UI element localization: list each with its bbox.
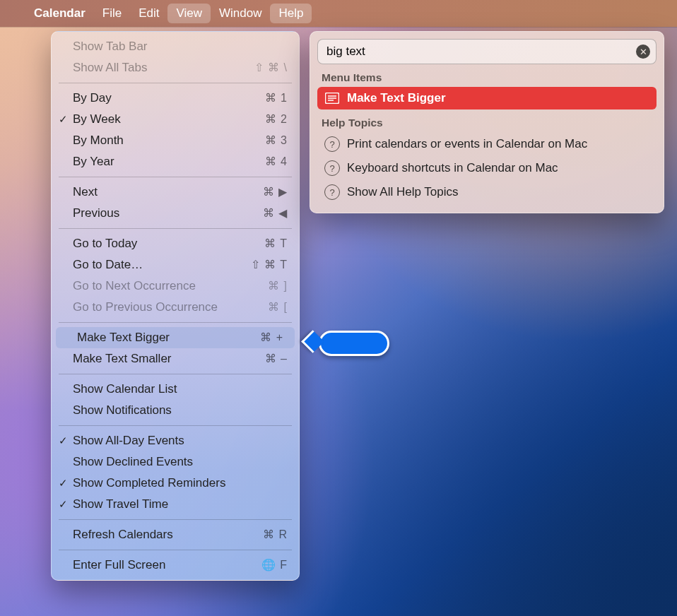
- menu-item-shortcut: ⌘ 2: [265, 112, 288, 127]
- view-menu-panel: Show Tab BarShow All Tabs⇧ ⌘ \By Day⌘ 1✓…: [51, 31, 300, 581]
- menu-item[interactable]: Next⌘ ▶: [52, 182, 299, 203]
- menu-item-label: Show Declined Events: [73, 454, 193, 470]
- menu-separator: [59, 228, 292, 229]
- desktop: Calendar FileEditViewWindowHelp Show Tab…: [0, 0, 677, 616]
- menu-item[interactable]: Show Declined Events: [52, 451, 299, 473]
- menu-separator: [59, 83, 292, 83]
- menu-item-shortcut: ⌘ R: [263, 527, 288, 543]
- menu-item-label: Enter Full Screen: [73, 557, 165, 573]
- menu-item-label: Make Text Bigger: [77, 330, 170, 345]
- menu-item[interactable]: Make Text Bigger⌘ +: [56, 327, 295, 348]
- menu-separator: [59, 177, 292, 177]
- menu-item: Show All Tabs⇧ ⌘ \: [52, 57, 299, 78]
- menu-item[interactable]: Previous⌘ ◀: [52, 203, 299, 224]
- menubar-item-window[interactable]: Window: [211, 4, 270, 23]
- menu-item-shortcut: ⌘ –: [265, 351, 288, 367]
- menu-item[interactable]: ✓Show All-Day Events: [52, 430, 299, 451]
- menu-item-label: By Year: [73, 154, 114, 170]
- clear-search-icon[interactable]: ✕: [636, 45, 650, 59]
- menu-separator: [59, 519, 292, 520]
- help-heading-help-topics: Help Topics: [317, 109, 657, 132]
- menu-item: Go to Previous Occurrence⌘ [: [52, 297, 299, 318]
- menu-item[interactable]: Enter Full Screen🌐 F: [52, 555, 299, 576]
- menu-item[interactable]: By Day⌘ 1: [52, 88, 299, 109]
- menu-item[interactable]: Show Calendar List: [52, 379, 299, 400]
- help-pointer-arrow: [302, 331, 389, 356]
- menubar-item-view[interactable]: View: [167, 4, 211, 23]
- menu-item-shortcut: ⌘ +: [260, 330, 283, 345]
- menu-item-label: By Day: [73, 90, 112, 106]
- menubar-app-name[interactable]: Calendar: [25, 4, 94, 23]
- check-icon: ✓: [59, 497, 68, 512]
- menu-item-label: Show All-Day Events: [73, 433, 184, 449]
- help-topic-result[interactable]: ?Print calendars or events in Calendar o…: [317, 132, 657, 156]
- help-topic-result[interactable]: ?Show All Help Topics: [317, 180, 657, 204]
- help-menu-result[interactable]: Make Text Bigger: [317, 87, 657, 109]
- help-topic-result[interactable]: ?Keyboard shortcuts in Calendar on Mac: [317, 156, 657, 180]
- menu-item-label: By Month: [73, 133, 124, 148]
- menu-item[interactable]: Show Notifications: [52, 400, 299, 421]
- menu-item-shortcut: ⇧ ⌘ \: [254, 60, 288, 76]
- menu-item-label: Show Travel Time: [73, 497, 168, 512]
- menubar-item-help[interactable]: Help: [270, 4, 312, 23]
- menu-separator: [59, 425, 292, 426]
- check-icon: ✓: [59, 112, 68, 127]
- menu-item[interactable]: By Month⌘ 3: [52, 130, 299, 151]
- question-mark-icon: ?: [324, 184, 340, 200]
- menu-item-label: Refresh Calendars: [73, 527, 173, 543]
- menu-item[interactable]: By Year⌘ 4: [52, 151, 299, 172]
- menu-item-label: Show All Tabs: [73, 60, 148, 76]
- question-mark-icon: ?: [324, 136, 340, 152]
- menu-item-label: Go to Next Occurrence: [73, 278, 196, 294]
- menu-item-label: Go to Previous Occurrence: [73, 300, 218, 315]
- menu-item-label: Show Calendar List: [73, 381, 177, 397]
- menubar-item-file[interactable]: File: [94, 4, 130, 23]
- menu-item-label: By Week: [73, 112, 121, 127]
- menu-result-icon: [324, 92, 340, 105]
- check-icon: ✓: [59, 475, 68, 491]
- menu-item-label: Make Text Smaller: [73, 351, 172, 367]
- check-icon: ✓: [59, 433, 68, 449]
- menu-item[interactable]: Go to Date…⇧ ⌘ T: [52, 254, 299, 276]
- menubar: Calendar FileEditViewWindowHelp: [0, 0, 677, 27]
- menu-item-shortcut: ⇧ ⌘ T: [251, 257, 288, 273]
- menu-item-shortcut: ⌘ T: [264, 236, 288, 251]
- help-result-label: Keyboard shortcuts in Calendar on Mac: [347, 161, 558, 175]
- help-search-field[interactable]: ✕: [317, 39, 657, 64]
- menu-item-label: Show Completed Reminders: [73, 475, 225, 491]
- question-mark-icon: ?: [324, 160, 340, 176]
- menu-item-shortcut: 🌐 F: [261, 557, 288, 573]
- menu-item-label: Go to Today: [73, 236, 137, 251]
- menu-item-label: Show Tab Bar: [73, 39, 148, 54]
- menu-item[interactable]: Go to Today⌘ T: [52, 233, 299, 254]
- menu-item: Go to Next Occurrence⌘ ]: [52, 276, 299, 297]
- menu-item[interactable]: ✓By Week⌘ 2: [52, 109, 299, 130]
- menu-item-label: Show Notifications: [73, 403, 172, 418]
- menu-separator: [59, 550, 292, 550]
- menu-item[interactable]: Refresh Calendars⌘ R: [52, 524, 299, 545]
- menu-item: Show Tab Bar: [52, 36, 299, 57]
- menu-separator: [59, 374, 292, 374]
- menu-item-shortcut: ⌘ ▶: [263, 184, 288, 200]
- menu-item-label: Go to Date…: [73, 257, 143, 273]
- help-search-input[interactable]: [325, 44, 632, 59]
- help-result-label: Make Text Bigger: [347, 91, 446, 105]
- menu-item-shortcut: ⌘ 4: [265, 154, 288, 170]
- help-result-label: Print calendars or events in Calendar on…: [347, 137, 587, 151]
- menu-item-label: Previous: [73, 206, 119, 221]
- menu-item-label: Next: [73, 184, 98, 200]
- menu-item-shortcut: ⌘ 1: [265, 90, 288, 106]
- menu-item-shortcut: ⌘ [: [268, 300, 288, 315]
- menu-separator: [59, 322, 292, 323]
- menu-item-shortcut: ⌘ 3: [265, 133, 288, 148]
- menu-item[interactable]: Make Text Smaller⌘ –: [52, 348, 299, 369]
- menu-item[interactable]: ✓Show Completed Reminders: [52, 473, 299, 494]
- help-result-label: Show All Help Topics: [347, 185, 459, 199]
- help-heading-menu-items: Menu Items: [317, 64, 657, 87]
- menu-item-shortcut: ⌘ ]: [268, 278, 288, 294]
- menu-item[interactable]: ✓Show Travel Time: [52, 494, 299, 515]
- help-search-panel: ✕ Menu Items Make Text Bigger Help Topic…: [310, 31, 664, 213]
- menu-item-shortcut: ⌘ ◀: [263, 206, 288, 221]
- menubar-item-edit[interactable]: Edit: [130, 4, 167, 23]
